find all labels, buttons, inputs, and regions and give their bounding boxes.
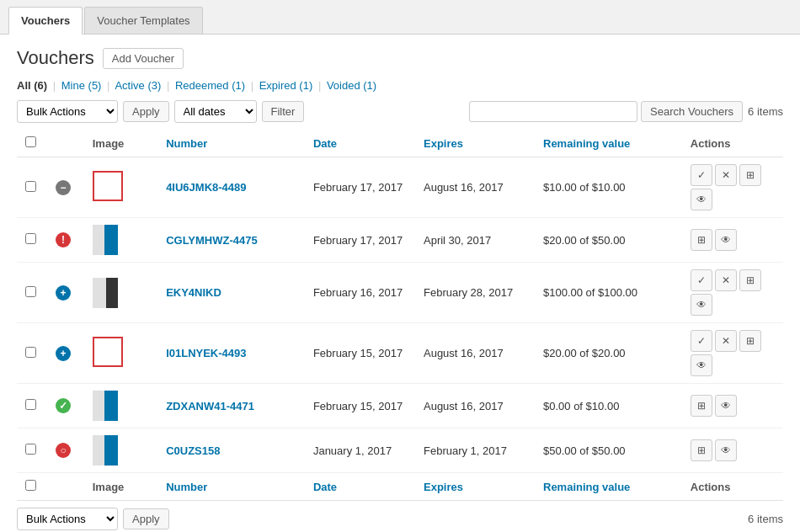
template-action-button[interactable]: ⊞ — [691, 395, 712, 417]
template-action-button[interactable]: ⊞ — [739, 330, 761, 352]
filter-button[interactable]: Filter — [262, 101, 305, 122]
filter-redeemed[interactable]: Redeemed (1) — [175, 79, 245, 92]
row-number-cell: I01LNYEK-4493 — [157, 323, 305, 384]
row-actions-cell: ✓✕⊞👁 — [682, 157, 783, 218]
table-row: ✓ ZDXANW41-4471 February 15, 2017 August… — [17, 384, 783, 428]
page-wrapper: Vouchers Voucher Templates Vouchers Add … — [0, 0, 800, 532]
filter-links: All (6) | Mine (5) | Active (3) | Redeem… — [17, 79, 783, 92]
apply-button-top[interactable]: Apply — [123, 101, 169, 122]
view-action-button[interactable]: 👁 — [691, 354, 712, 376]
row-checkbox-cell — [17, 384, 47, 428]
template-action-button[interactable]: ⊞ — [739, 269, 761, 291]
sort-date-footer[interactable]: Date — [313, 481, 337, 493]
sort-expires-footer[interactable]: Expires — [424, 481, 463, 493]
row-checkbox-cell — [17, 428, 47, 473]
select-all-checkbox[interactable] — [25, 136, 36, 147]
x-action-button[interactable]: ✕ — [715, 330, 737, 352]
tab-vouchers[interactable]: Vouchers — [8, 7, 83, 35]
voucher-number-link[interactable]: ZDXANW41-4471 — [166, 400, 254, 412]
voucher-number-link[interactable]: CGLYMHWZ-4475 — [166, 234, 258, 247]
voucher-number-link[interactable]: I01LNYEK-4493 — [166, 347, 246, 359]
row-number-cell: C0UZS158 — [157, 428, 305, 473]
row-date-cell: February 17, 2017 — [305, 218, 415, 263]
check-action-button[interactable]: ✓ — [691, 330, 712, 352]
row-status-cell: + — [47, 323, 84, 384]
template-action-button[interactable]: ⊞ — [739, 164, 761, 186]
header-number: Number — [157, 130, 305, 157]
view-action-button[interactable]: 👁 — [715, 395, 737, 417]
header-actions: Actions — [682, 130, 783, 157]
search-button[interactable]: Search Vouchers — [641, 101, 743, 122]
row-image-cell — [84, 218, 157, 263]
sort-remaining-footer[interactable]: Remaining value — [543, 481, 630, 493]
filter-active[interactable]: Active (3) — [115, 79, 161, 92]
row-checkbox[interactable] — [25, 444, 36, 455]
table-row: + I01LNYEK-4493 February 15, 2017 August… — [17, 323, 783, 384]
filter-expired[interactable]: Expired (1) — [259, 79, 313, 92]
row-checkbox-cell — [17, 218, 47, 263]
row-number-cell: CGLYMHWZ-4475 — [157, 218, 305, 263]
check-action-button[interactable]: ✓ — [691, 164, 712, 186]
filter-voided[interactable]: Voided (1) — [327, 79, 376, 92]
select-all-checkbox-footer[interactable] — [25, 480, 36, 491]
vouchers-table: Image Number Date Expires Remaining valu… — [17, 130, 783, 501]
row-checkbox-cell — [17, 157, 47, 218]
row-status-cell: ○ — [47, 428, 84, 473]
table-row: ○ C0UZS158 January 1, 2017 February 1, 2… — [17, 428, 783, 473]
add-voucher-button[interactable]: Add Voucher — [103, 48, 184, 69]
sort-expires[interactable]: Expires — [424, 137, 463, 150]
bulk-actions-select-bottom[interactable]: Bulk Actions — [17, 508, 118, 530]
row-date-cell: February 17, 2017 — [305, 157, 415, 218]
row-actions-cell: ✓✕⊞👁 — [682, 263, 783, 323]
x-action-button[interactable]: ✕ — [715, 269, 737, 291]
template-action-button[interactable]: ⊞ — [691, 229, 712, 251]
search-input[interactable] — [469, 101, 637, 122]
row-checkbox-cell — [17, 263, 47, 323]
row-status-cell: ✓ — [47, 384, 84, 428]
row-expires-cell: August 16, 2017 — [415, 157, 535, 218]
row-checkbox[interactable] — [25, 233, 36, 244]
row-image-cell — [84, 157, 157, 218]
voucher-number-link[interactable]: EKY4NIKD — [166, 286, 221, 299]
sort-date[interactable]: Date — [313, 137, 337, 150]
voucher-number-link[interactable]: 4IU6JMK8-4489 — [166, 181, 246, 194]
footer-remaining: Remaining value — [535, 473, 682, 501]
footer-actions: Actions — [682, 473, 783, 501]
row-remaining-cell: $50.00 of $50.00 — [535, 428, 682, 473]
template-action-button[interactable]: ⊞ — [691, 439, 712, 461]
row-status-cell: − — [47, 157, 84, 218]
footer-number: Number — [157, 473, 305, 501]
tabs-bar: Vouchers Voucher Templates — [0, 0, 800, 35]
row-expires-cell: April 30, 2017 — [415, 218, 535, 263]
row-checkbox[interactable] — [25, 181, 36, 192]
view-action-button[interactable]: 👁 — [715, 229, 737, 251]
row-checkbox[interactable] — [25, 286, 36, 297]
bulk-actions-select[interactable]: Bulk Actions — [17, 100, 118, 123]
view-action-button[interactable]: 👁 — [715, 439, 737, 461]
dates-filter-select[interactable]: All dates — [174, 100, 257, 123]
view-action-button[interactable]: 👁 — [691, 189, 712, 210]
sort-remaining[interactable]: Remaining value — [543, 137, 630, 150]
header-checkbox-col — [17, 130, 47, 157]
tab-voucher-templates[interactable]: Voucher Templates — [84, 7, 202, 34]
page-header: Vouchers Add Voucher — [17, 47, 783, 69]
filter-all[interactable]: All (6) — [17, 79, 47, 92]
apply-button-bottom[interactable]: Apply — [123, 508, 169, 529]
check-action-button[interactable]: ✓ — [691, 269, 712, 291]
x-action-button[interactable]: ✕ — [715, 164, 737, 186]
row-status-cell: ! — [47, 218, 84, 263]
row-checkbox-cell — [17, 323, 47, 384]
view-action-button[interactable]: 👁 — [691, 294, 712, 316]
row-checkbox[interactable] — [25, 347, 36, 358]
sort-number[interactable]: Number — [166, 137, 207, 150]
sort-number-footer[interactable]: Number — [166, 481, 207, 493]
main-content: Vouchers Add Voucher All (6) | Mine (5) … — [0, 35, 800, 532]
filter-mine[interactable]: Mine (5) — [61, 79, 102, 92]
bottom-toolbar: Bulk Actions Apply 6 items — [17, 508, 783, 530]
row-image-cell — [84, 263, 157, 323]
row-date-cell: January 1, 2017 — [305, 428, 415, 473]
row-checkbox[interactable] — [25, 399, 36, 410]
row-status-cell: + — [47, 263, 84, 323]
voucher-number-link[interactable]: C0UZS158 — [166, 444, 220, 457]
table-row: ! CGLYMHWZ-4475 February 17, 2017 April … — [17, 218, 783, 263]
